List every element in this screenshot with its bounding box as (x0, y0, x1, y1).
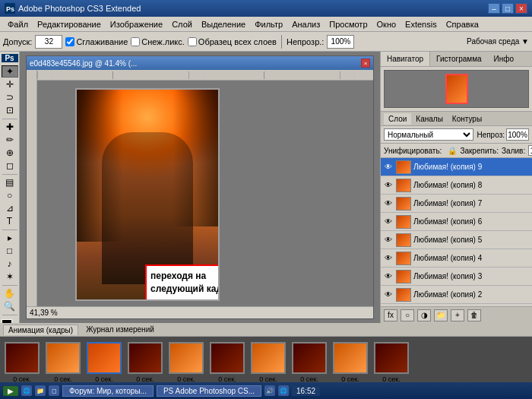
layer-item[interactable]: 👁 Любимая! (копия) 4 (381, 249, 532, 268)
frame-thumbnail (5, 342, 40, 374)
minimize-button[interactable]: – (488, 3, 500, 14)
tool-brush[interactable]: ✏ (2, 134, 18, 146)
navigator-preview (384, 70, 529, 108)
anim-frame[interactable]: 0 сек. (85, 342, 123, 383)
tray-icon-2[interactable]: 🌐 (278, 385, 289, 396)
menu-analysis[interactable]: Анализ (287, 18, 325, 30)
layer-item[interactable]: 👁 Любимая! (копия) 3 (381, 268, 532, 286)
tool-crop[interactable]: ⊡ (2, 104, 18, 116)
neprozr-input[interactable] (327, 35, 354, 49)
doc-close-button[interactable]: × (361, 59, 370, 68)
tool-gradient[interactable]: ▤ (2, 176, 18, 188)
menu-filter[interactable]: Фильтр (250, 18, 287, 30)
workspace-selector[interactable]: Рабочая среда ▼ (467, 37, 529, 46)
tool-dodge[interactable]: ○ (2, 189, 18, 201)
opacity-input[interactable] (506, 128, 529, 141)
anim-frame[interactable]: 0 сек. (3, 342, 41, 383)
taskbar-icon-3[interactable]: ◻ (49, 385, 59, 396)
layer-visibility-icon[interactable]: 👁 (383, 180, 394, 191)
layer-visibility-icon[interactable]: 👁 (383, 253, 394, 264)
taskbar-icon-1[interactable]: 🌐 (21, 385, 32, 396)
doc-title-text: e0d483e45546.jpg @ 41.4% (... (30, 59, 361, 68)
layer-new-button[interactable]: + (451, 309, 464, 321)
channels-tab[interactable]: Каналы (411, 113, 448, 125)
layer-group-button[interactable]: 📁 (434, 309, 448, 321)
menu-image[interactable]: Изображение (106, 18, 167, 30)
layer-visibility-icon[interactable]: 👁 (383, 290, 394, 300)
layer-delete-button[interactable]: 🗑 (467, 309, 481, 321)
layer-adj-button[interactable]: ◑ (417, 309, 431, 321)
tool-path-select[interactable]: ▸ (2, 232, 18, 244)
tool-zoom[interactable]: 🔍 (2, 300, 18, 312)
tool-pen[interactable]: ⊿ (2, 202, 18, 214)
tool-magic-wand[interactable]: ✦ (2, 65, 18, 78)
dopusk-input[interactable] (35, 35, 62, 49)
anim-frame[interactable]: 0 сек. (126, 342, 164, 383)
snezhliks-checkbox[interactable] (131, 37, 140, 46)
sglazhivanie-checkbox[interactable] (65, 37, 74, 46)
tool-eraser[interactable]: ◻ (2, 160, 18, 172)
layer-item[interactable]: 👁 Любимая! (копия) 8 (381, 176, 532, 195)
layers-tab[interactable]: Слои (384, 113, 411, 125)
taskbar-item-ps[interactable]: PS Adobe Photoshop CS... (157, 385, 261, 397)
tool-lasso[interactable]: ⊃ (2, 91, 18, 103)
layer-name: Любимая! (копия) 7 (413, 199, 530, 207)
tool-eyedropper[interactable]: ✶ (2, 271, 18, 283)
layer-visibility-icon[interactable]: 👁 (383, 235, 394, 245)
tool-notes[interactable]: ♪ (2, 258, 18, 270)
contours-tab[interactable]: Контуры (448, 113, 486, 125)
tool-text[interactable]: T (2, 215, 18, 227)
lock-label: Закрепить: (460, 147, 499, 155)
anim-frame[interactable]: 0 сек. (44, 342, 82, 383)
tool-shape[interactable]: □ (2, 245, 18, 257)
menu-edit[interactable]: Редактирование (33, 18, 106, 30)
taskbar-item-forum[interactable]: Форум: Мир, которы... (62, 385, 154, 397)
layer-visibility-icon[interactable]: 👁 (383, 217, 394, 227)
anim-frame[interactable]: 0 сек. (372, 342, 410, 383)
animation-frames-tab[interactable]: Анимация (кадры) (3, 325, 78, 335)
menu-select[interactable]: Выделение (197, 18, 250, 30)
start-button[interactable]: ▶ (3, 386, 18, 396)
layer-item[interactable]: 👁 Любимая! (копия) 6 (381, 213, 532, 231)
layer-name: Любимая! (копия) 3 (413, 272, 530, 280)
hist-tab[interactable]: Гистограмма (430, 52, 488, 66)
menu-help[interactable]: Справка (442, 18, 483, 30)
nav-tab[interactable]: Навигатор (381, 52, 430, 66)
close-button[interactable]: × (515, 3, 527, 14)
anim-frame[interactable]: 0 сек. (167, 342, 205, 383)
tool-move[interactable]: ✛ (2, 78, 18, 90)
layer-item[interactable]: 👁 Любимая! (копия) 7 (381, 195, 532, 213)
foreground-color[interactable] (2, 319, 12, 323)
obrazets-checkbox[interactable] (188, 37, 197, 46)
menu-view[interactable]: Просмотр (325, 18, 372, 30)
layer-fx-button[interactable]: fx (384, 309, 397, 321)
anim-frame[interactable]: 0 сек. (249, 342, 287, 383)
tool-clone[interactable]: ⊕ (2, 147, 18, 159)
anim-frame[interactable]: 0 сек. (290, 342, 328, 383)
blend-mode-select[interactable]: Нормальный (384, 128, 473, 141)
measurements-tab[interactable]: Журнал измерений (81, 325, 159, 334)
anim-frame[interactable]: 0 сек. (331, 342, 369, 383)
info-tab[interactable]: Инфо (488, 52, 521, 66)
maximize-button[interactable]: □ (502, 3, 514, 14)
canvas-viewport[interactable]: переходя на следующий кадр .вы просто в … (37, 81, 373, 308)
tool-hand[interactable]: ✋ (2, 287, 18, 299)
layer-visibility-icon[interactable]: 👁 (383, 271, 394, 282)
layer-item[interactable]: 👁 Любимая! (копия) 9 (381, 158, 532, 176)
menu-window[interactable]: Окно (372, 18, 401, 30)
anim-frame[interactable]: 0 сек. (208, 342, 246, 383)
tool-healing[interactable]: ✚ (2, 121, 18, 133)
menu-extensis[interactable]: Extensis (401, 18, 442, 30)
layer-visibility-icon[interactable]: 👁 (383, 162, 394, 173)
fill-input[interactable] (528, 145, 532, 156)
layer-thumbnail (396, 179, 411, 192)
taskbar-icon-2[interactable]: 📁 (35, 385, 46, 396)
annotation-text: переходя на следующий кадр .вы просто в … (150, 271, 220, 301)
layer-mask-button[interactable]: ○ (401, 309, 414, 321)
layer-item[interactable]: 👁 Любимая! (копия) 2 (381, 286, 532, 304)
layer-item[interactable]: 👁 Любимая! (копия) 5 (381, 231, 532, 249)
tray-icon-1[interactable]: 🔊 (264, 385, 275, 396)
menu-file[interactable]: Файл (3, 18, 33, 30)
menu-layer[interactable]: Слой (167, 18, 197, 30)
layer-visibility-icon[interactable]: 👁 (383, 198, 394, 209)
